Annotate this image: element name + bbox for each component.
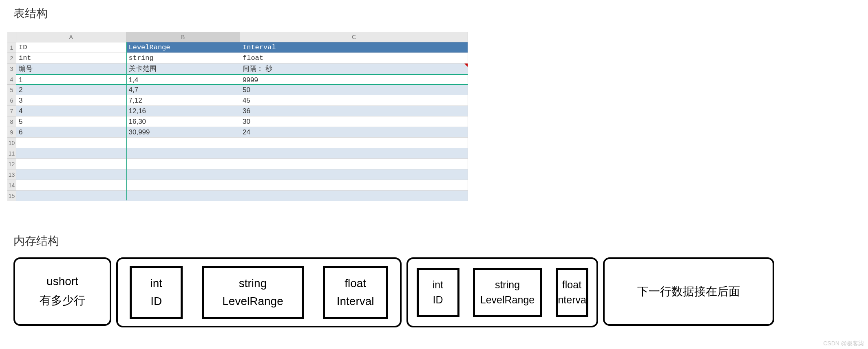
- row-label[interactable]: 15: [7, 191, 16, 201]
- watermark: CSDN @极客柒: [823, 340, 864, 347]
- row-label[interactable]: 5: [7, 85, 16, 95]
- corner-cell: [7, 32, 16, 42]
- row-5: 5 2 4,7 50: [7, 85, 468, 95]
- cell-b8[interactable]: 16,30: [126, 116, 241, 127]
- cell-a3[interactable]: 编号: [16, 64, 126, 74]
- row-label[interactable]: 4: [7, 74, 16, 85]
- heading-table-structure: 表结构: [13, 6, 48, 21]
- cell-c5[interactable]: 50: [240, 85, 468, 95]
- cell-c10[interactable]: [240, 138, 468, 148]
- row-label[interactable]: 12: [7, 159, 16, 169]
- type-label: string: [495, 279, 520, 291]
- cell-a1[interactable]: ID: [16, 42, 126, 53]
- col-header-c[interactable]: C: [240, 32, 468, 42]
- row-7: 7 4 12,16 36: [7, 106, 468, 116]
- row-13: 13: [7, 169, 468, 180]
- row-6: 6 3 7,12 45: [7, 95, 468, 106]
- cell-c15[interactable]: [240, 191, 468, 201]
- row-label[interactable]: 9: [7, 127, 16, 138]
- cell-a2[interactable]: int: [16, 53, 126, 64]
- cell-a7[interactable]: 4: [16, 106, 126, 116]
- row-label[interactable]: 10: [7, 138, 16, 148]
- row-3: 3 编号 关卡范围 间隔： 秒: [7, 64, 468, 74]
- cell-b5[interactable]: 4,7: [126, 85, 241, 95]
- cell-c4[interactable]: 9999: [240, 74, 468, 85]
- row-1: 1 ID LevelRange Interval: [7, 42, 468, 53]
- row-label[interactable]: 8: [7, 116, 16, 127]
- cell-a6[interactable]: 3: [16, 95, 126, 106]
- memory-block-next: 下一行数据接在后面: [603, 257, 774, 326]
- cell-a15[interactable]: [16, 191, 126, 201]
- row-label[interactable]: 3: [7, 64, 16, 74]
- spreadsheet: A B C 1 ID LevelRange Interval 2 int str…: [7, 32, 468, 201]
- cell-a8[interactable]: 5: [16, 116, 126, 127]
- cell-a10[interactable]: [16, 138, 126, 148]
- cell-a14[interactable]: [16, 180, 126, 191]
- row-12: 12: [7, 159, 468, 169]
- row-label[interactable]: 11: [7, 148, 16, 159]
- row-2: 2 int string float: [7, 53, 468, 64]
- cell-b14[interactable]: [126, 180, 241, 191]
- cell-b7[interactable]: 12,16: [126, 106, 241, 116]
- field-levelrange: string LevelRange: [473, 268, 542, 317]
- cell-b2[interactable]: string: [126, 53, 241, 64]
- column-header-row: A B C: [7, 32, 468, 42]
- cell-c9[interactable]: 24: [240, 127, 468, 138]
- row-label[interactable]: 6: [7, 95, 16, 106]
- memory-block-row1: int ID string LevelRange float Interval: [116, 257, 402, 327]
- row-11: 11: [7, 148, 468, 159]
- cell-c14[interactable]: [240, 180, 468, 191]
- col-header-a[interactable]: A: [16, 32, 126, 42]
- cell-b11[interactable]: [126, 148, 241, 159]
- cell-b12[interactable]: [126, 159, 241, 169]
- cell-b4[interactable]: 1,4: [126, 74, 241, 85]
- col-header-b[interactable]: B: [126, 32, 241, 42]
- row-label[interactable]: 13: [7, 169, 16, 180]
- row-4: 4 1 1,4 9999: [7, 74, 468, 85]
- cell-c6[interactable]: 45: [240, 95, 468, 106]
- field-id: int ID: [417, 268, 459, 317]
- cell-c1[interactable]: Interval: [240, 42, 468, 53]
- type-label: string: [239, 277, 267, 290]
- cell-a11[interactable]: [16, 148, 126, 159]
- name-label: Interval: [556, 294, 588, 306]
- field-interval: float Interval: [556, 268, 588, 317]
- cell-c13[interactable]: [240, 169, 468, 180]
- cell-a9[interactable]: 6: [16, 127, 126, 138]
- cell-c3[interactable]: 间隔： 秒: [240, 64, 468, 74]
- row-label[interactable]: 7: [7, 106, 16, 116]
- cell-a13[interactable]: [16, 169, 126, 180]
- cell-c11[interactable]: [240, 148, 468, 159]
- type-label: ushort: [46, 275, 78, 288]
- cell-b6[interactable]: 7,12: [126, 95, 241, 106]
- cell-a5[interactable]: 2: [16, 85, 126, 95]
- row-label[interactable]: 14: [7, 180, 16, 191]
- cell-b9[interactable]: 30,999: [126, 127, 241, 138]
- name-label: LevelRange: [222, 295, 283, 308]
- cell-b13[interactable]: [126, 169, 241, 180]
- row-label[interactable]: 2: [7, 53, 16, 64]
- memory-block-row2: int ID string LevelRange float Interval: [406, 257, 598, 327]
- cell-b10[interactable]: [126, 138, 241, 148]
- cell-b1[interactable]: LevelRange: [126, 42, 241, 53]
- cell-c7[interactable]: 36: [240, 106, 468, 116]
- cell-a4[interactable]: 1: [16, 74, 126, 85]
- cell-c8[interactable]: 30: [240, 116, 468, 127]
- memory-layout-diagram: ushort 有多少行 int ID string LevelRange flo…: [13, 257, 779, 327]
- field-id: int ID: [130, 266, 183, 319]
- row-8: 8 5 16,30 30: [7, 116, 468, 127]
- cell-b3[interactable]: 关卡范围: [126, 64, 241, 74]
- row-15: 15: [7, 191, 468, 201]
- type-label: int: [150, 277, 163, 290]
- next-label: 下一行数据接在后面: [637, 284, 740, 299]
- cell-c2[interactable]: float: [240, 53, 468, 64]
- cell-a12[interactable]: [16, 159, 126, 169]
- cell-b15[interactable]: [126, 191, 241, 201]
- name-label: Interval: [337, 295, 374, 308]
- name-label: ID: [433, 294, 443, 306]
- name-label: LevelRange: [480, 294, 534, 306]
- row-label[interactable]: 1: [7, 42, 16, 53]
- cell-c12[interactable]: [240, 159, 468, 169]
- row-10: 10: [7, 138, 468, 148]
- memory-block-header: ushort 有多少行: [13, 257, 111, 326]
